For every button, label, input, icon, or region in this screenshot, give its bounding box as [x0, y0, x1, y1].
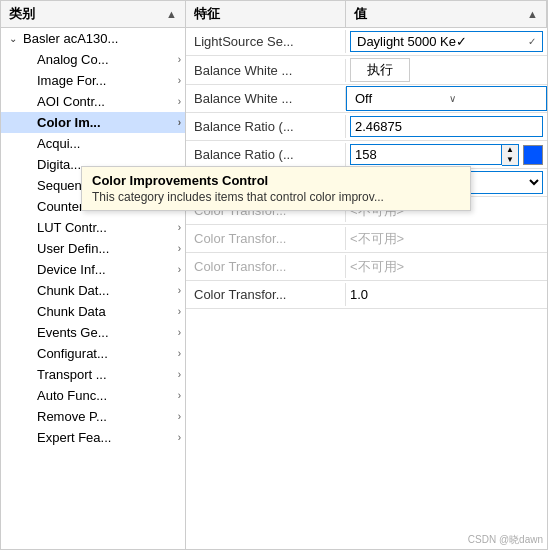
sidebar-item-analog[interactable]: Analog Co...›: [1, 49, 185, 70]
prop-name-colortransform4: Color Transfor...: [186, 255, 346, 278]
sidebar-item-image[interactable]: Image For...›: [1, 70, 185, 91]
scroll-up-icon[interactable]: ▲: [166, 8, 177, 20]
prop-name-colortransform5: Color Transfor...: [186, 283, 346, 306]
chevron-down-icon: ✓: [528, 36, 536, 47]
off-select-wrap[interactable]: Off∨: [351, 89, 542, 108]
daylight-text: Daylight 5000 Ke✓: [357, 34, 467, 49]
sidebar-label-aoi: AOI Contr...: [37, 94, 176, 109]
right-scroll-up-icon[interactable]: ▲: [527, 8, 538, 20]
prop-row-colortransform4: Color Transfor...<不可用>: [186, 253, 547, 281]
prop-value-balanceratio1[interactable]: [346, 114, 547, 139]
arrow-icon-lut: ›: [178, 222, 181, 233]
spinner-wrap-balanceratio2: ▲▼: [350, 144, 543, 166]
prop-name-balancewhite1: Balance White ...: [186, 59, 346, 82]
tooltip-popup: Color Improvements Control This category…: [81, 166, 471, 211]
sidebar-item-chunkdat2[interactable]: Chunk Data›: [1, 301, 185, 322]
sidebar-item-lut[interactable]: LUT Contr...›: [1, 217, 185, 238]
feature-label: 特征: [194, 5, 220, 23]
daylight-dropdown[interactable]: Daylight 5000 Ke✓✓: [350, 31, 543, 52]
prop-value-colortransform4: <不可用>: [346, 256, 547, 278]
sidebar-label-events: Events Ge...: [37, 325, 176, 340]
sidebar-item-events[interactable]: Events Ge...›: [1, 322, 185, 343]
arrow-icon-transport: ›: [178, 369, 181, 380]
sidebar-label-chunkdat2: Chunk Data: [37, 304, 176, 319]
arrow-icon-device: ›: [178, 264, 181, 275]
prop-value-colortransform3: <不可用>: [346, 228, 547, 250]
prop-name-balancewhite2: Balance White ...: [186, 87, 346, 110]
right-panel-header: 特征 值 ▲: [186, 1, 547, 28]
arrow-icon-image: ›: [178, 75, 181, 86]
arrow-icon-events: ›: [178, 327, 181, 338]
sidebar-item-color[interactable]: Color Im...›: [1, 112, 185, 133]
spin-up-button[interactable]: ▲: [502, 145, 518, 155]
sidebar-label-remove: Remove P...: [37, 409, 176, 424]
prop-row-colortransform3: Color Transfor...<不可用>: [186, 225, 547, 253]
prop-name-balanceratio2: Balance Ratio (...: [186, 143, 346, 166]
main-container: 类别 ▲ ⌄Basler acA130...Analog Co...›Image…: [0, 0, 548, 550]
prop-value-balancewhite2[interactable]: Off∨: [346, 86, 547, 111]
sidebar-item-autofunc[interactable]: Auto Func...›: [1, 385, 185, 406]
arrow-icon-aoi: ›: [178, 96, 181, 107]
sidebar-item-userdef[interactable]: User Defin...›: [1, 238, 185, 259]
sidebar-item-expert[interactable]: Expert Fea...›: [1, 427, 185, 448]
sidebar-item-config[interactable]: Configurat...›: [1, 343, 185, 364]
execute-button-balancewhite1[interactable]: 执行: [350, 58, 410, 82]
prop-row-balancewhite1: Balance White ...执行: [186, 56, 547, 85]
arrow-icon-userdef: ›: [178, 243, 181, 254]
watermark: CSDN @晓dawn: [468, 533, 543, 547]
sidebar-label-config: Configurat...: [37, 346, 176, 361]
prop-value-lightsource[interactable]: Daylight 5000 Ke✓✓: [346, 29, 547, 54]
prop-value-colortransform5[interactable]: 1.0: [346, 285, 547, 304]
disabled-value-colortransform3: <不可用>: [350, 230, 404, 248]
sidebar-item-device[interactable]: Device Inf...›: [1, 259, 185, 280]
sidebar-item-basler[interactable]: ⌄Basler acA130...: [1, 28, 185, 49]
prop-value-balanceratio2[interactable]: ▲▼: [346, 142, 547, 168]
feature-col-header: 特征: [186, 1, 346, 27]
spin-buttons: ▲▼: [502, 144, 519, 166]
text-input-balanceratio1[interactable]: [350, 116, 543, 137]
sidebar-label-expert: Expert Fea...: [37, 430, 176, 445]
spin-down-button[interactable]: ▼: [502, 155, 518, 165]
sidebar-item-acqui[interactable]: Acqui...: [1, 133, 185, 154]
arrow-icon-chunkdat1: ›: [178, 285, 181, 296]
chevron-down-icon: ∨: [445, 91, 539, 106]
tree-items: ⌄Basler acA130...Analog Co...›Image For.…: [1, 28, 185, 448]
arrow-icon-color: ›: [178, 117, 181, 128]
off-value-text: Off: [351, 89, 445, 108]
prop-name-balanceratio1: Balance Ratio (...: [186, 115, 346, 138]
disabled-value-colortransform4: <不可用>: [350, 258, 404, 276]
tooltip-title: Color Improvements Control: [92, 173, 460, 188]
color-swatch: [523, 145, 543, 165]
prop-row-balancewhite2: Balance White ...Off∨: [186, 85, 547, 113]
sidebar-item-chunkdat1[interactable]: Chunk Dat...›: [1, 280, 185, 301]
sidebar-label-transport: Transport ...: [37, 367, 176, 382]
sidebar-label-basler: Basler acA130...: [23, 31, 181, 46]
sidebar-label-autofunc: Auto Func...: [37, 388, 176, 403]
arrow-icon-expert: ›: [178, 432, 181, 443]
arrow-icon-analog: ›: [178, 54, 181, 65]
arrow-icon-remove: ›: [178, 411, 181, 422]
category-label: 类别: [9, 5, 35, 23]
arrow-icon-chunkdat2: ›: [178, 306, 181, 317]
sidebar-label-image: Image For...: [37, 73, 176, 88]
sidebar-item-transport[interactable]: Transport ...›: [1, 364, 185, 385]
arrow-icon-config: ›: [178, 348, 181, 359]
prop-row-balanceratio1: Balance Ratio (...: [186, 113, 547, 141]
prop-row-colortransform5: Color Transfor...1.0: [186, 281, 547, 309]
sidebar-item-remove[interactable]: Remove P...›: [1, 406, 185, 427]
sidebar-item-aoi[interactable]: AOI Contr...›: [1, 91, 185, 112]
spinner-input-balanceratio2[interactable]: [350, 144, 502, 165]
prop-row-balanceratio2: Balance Ratio (...▲▼: [186, 141, 547, 169]
prop-value-balancewhite1[interactable]: 执行: [346, 56, 547, 84]
prop-name-colortransform3: Color Transfor...: [186, 227, 346, 250]
prop-row-lightsource: LightSource Se...Daylight 5000 Ke✓✓: [186, 28, 547, 56]
sidebar-label-chunkdat1: Chunk Dat...: [37, 283, 176, 298]
property-rows: LightSource Se...Daylight 5000 Ke✓✓Balan…: [186, 28, 547, 549]
left-panel: 类别 ▲ ⌄Basler acA130...Analog Co...›Image…: [1, 1, 186, 549]
tooltip-desc: This category includes items that contro…: [92, 190, 460, 204]
arrow-icon-autofunc: ›: [178, 390, 181, 401]
sidebar-label-userdef: User Defin...: [37, 241, 176, 256]
value-label: 值: [354, 5, 367, 23]
sidebar-label-device: Device Inf...: [37, 262, 176, 277]
sidebar-label-analog: Analog Co...: [37, 52, 176, 67]
